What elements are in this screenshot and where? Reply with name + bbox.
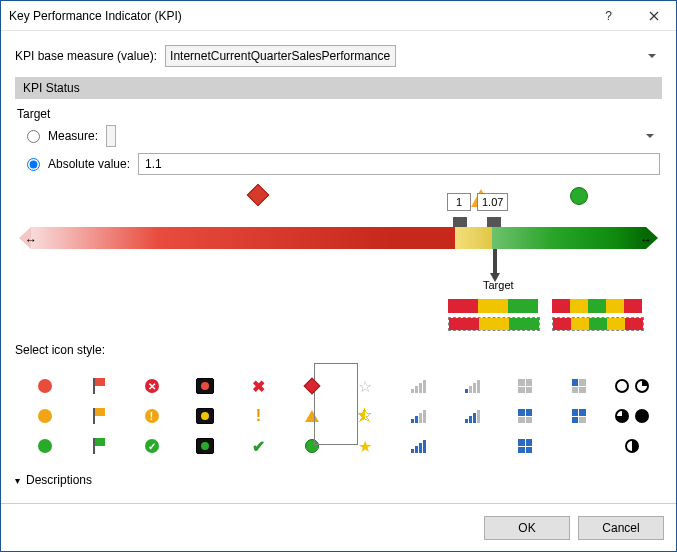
style-tiles-4[interactable]	[500, 433, 551, 459]
absolute-radio-input[interactable]	[27, 158, 40, 171]
icon-style-area: ✕ ✖ ☆ ! ! ⯪	[15, 363, 662, 461]
style-x-mark[interactable]: ✖	[233, 373, 284, 399]
style-bars-0[interactable]	[393, 373, 444, 399]
style-dots-yellow[interactable]	[19, 403, 70, 429]
measure-radio-input[interactable]	[27, 130, 40, 143]
style-bars-4[interactable]	[393, 433, 444, 459]
style-pie-row2[interactable]	[607, 403, 658, 429]
measure-radio[interactable]: Measure:	[25, 129, 98, 143]
help-button[interactable]: ?	[586, 1, 631, 30]
chevron-down-icon: ▾	[15, 475, 20, 486]
style-diamond-red[interactable]	[286, 373, 337, 399]
style-pie-row1[interactable]	[607, 373, 658, 399]
select-icon-style-label: Select icon style:	[15, 343, 662, 357]
dialog-footer: OK Cancel	[1, 503, 676, 551]
base-measure-label: KPI base measure (value):	[15, 49, 157, 63]
slider-seg-red	[31, 227, 455, 249]
style-tiles-2[interactable]	[500, 403, 551, 429]
kpi-status-header: KPI Status	[15, 77, 662, 99]
base-measure-combo[interactable]: InternetCurrentQuarterSalesPerformance	[165, 45, 662, 67]
style-circle-green[interactable]	[286, 433, 337, 459]
target-marker	[493, 249, 497, 273]
style-star-half[interactable]: ⯪	[340, 403, 391, 429]
scheme-ryg-dashed[interactable]	[448, 317, 540, 331]
base-measure-select[interactable]: InternetCurrentQuarterSalesPerformance	[165, 45, 396, 67]
resize-left-icon[interactable]	[25, 233, 37, 247]
target-marker-label: Target	[483, 279, 514, 291]
slider-seg-green	[492, 227, 646, 249]
absolute-radio-label: Absolute value:	[48, 157, 130, 171]
style-bars-5[interactable]	[446, 433, 497, 459]
style-light-yellow[interactable]	[179, 403, 230, 429]
style-x-circle[interactable]: ✕	[126, 373, 177, 399]
dialog-body: KPI base measure (value): InternetCurren…	[1, 31, 676, 503]
style-dots-green[interactable]	[19, 433, 70, 459]
ok-button[interactable]: OK	[484, 516, 570, 540]
style-bars-3[interactable]	[446, 403, 497, 429]
style-check-mark[interactable]: ✔	[233, 433, 284, 459]
kpi-dialog: Key Performance Indicator (KPI) ? KPI ba…	[0, 0, 677, 552]
target-measure-row: Measure:	[25, 125, 660, 147]
style-light-red[interactable]	[179, 373, 230, 399]
measure-combo[interactable]	[106, 125, 660, 147]
target-absolute-row: Absolute value:	[25, 153, 660, 175]
target-label: Target	[17, 107, 660, 121]
style-bars-1[interactable]	[446, 373, 497, 399]
style-dots-red[interactable]	[19, 373, 70, 399]
style-star-full[interactable]: ★	[340, 433, 391, 459]
high-threshold-badge[interactable]: 1.07	[477, 193, 508, 211]
descriptions-label: Descriptions	[26, 473, 92, 487]
style-bars-2[interactable]	[393, 403, 444, 429]
cancel-button[interactable]: Cancel	[578, 516, 664, 540]
style-excl-circle[interactable]: !	[126, 403, 177, 429]
measure-radio-label: Measure:	[48, 129, 98, 143]
absolute-value-input[interactable]	[138, 153, 660, 175]
style-tiles-5[interactable]	[553, 433, 604, 459]
kpi-status-header-label: KPI Status	[23, 81, 80, 95]
scheme-5step-dashed[interactable]	[552, 317, 644, 331]
scheme-5step-solid[interactable]	[552, 299, 644, 313]
style-tiles-3[interactable]	[553, 403, 604, 429]
style-check-circle[interactable]: ✓	[126, 433, 177, 459]
descriptions-expander[interactable]: ▾ Descriptions	[15, 473, 662, 487]
resize-right-icon[interactable]	[640, 233, 652, 247]
style-pie-row3[interactable]	[607, 433, 658, 459]
color-scheme-swatches	[15, 299, 662, 331]
slider-track	[31, 227, 646, 249]
status-bad-icon	[250, 187, 270, 207]
style-tiles-1[interactable]	[553, 373, 604, 399]
style-flag-green[interactable]	[72, 433, 123, 459]
target-group: Target Measure: Absolute value:	[15, 105, 662, 175]
style-flag-red[interactable]	[72, 373, 123, 399]
absolute-radio[interactable]: Absolute value:	[25, 157, 130, 171]
scheme-ryg-solid[interactable]	[448, 299, 540, 313]
style-flag-yellow[interactable]	[72, 403, 123, 429]
style-star-empty[interactable]: ☆	[340, 373, 391, 399]
style-light-green[interactable]	[179, 433, 230, 459]
close-button[interactable]	[631, 1, 676, 30]
threshold-slider[interactable]: 1 1.07 Target	[15, 187, 662, 297]
low-threshold-badge[interactable]: 1	[447, 193, 471, 211]
close-icon	[649, 11, 659, 21]
titlebar: Key Performance Indicator (KPI) ?	[1, 1, 676, 31]
style-excl-mark[interactable]: !	[233, 403, 284, 429]
status-good-icon	[570, 187, 590, 207]
style-tiles-0[interactable]	[500, 373, 551, 399]
slider-seg-yellow	[455, 227, 492, 249]
icon-style-grid: ✕ ✖ ☆ ! ! ⯪	[15, 371, 662, 461]
style-triangle-yellow[interactable]	[286, 403, 337, 429]
base-measure-row: KPI base measure (value): InternetCurren…	[15, 45, 662, 67]
measure-select[interactable]	[106, 125, 116, 147]
window-title: Key Performance Indicator (KPI)	[9, 9, 586, 23]
